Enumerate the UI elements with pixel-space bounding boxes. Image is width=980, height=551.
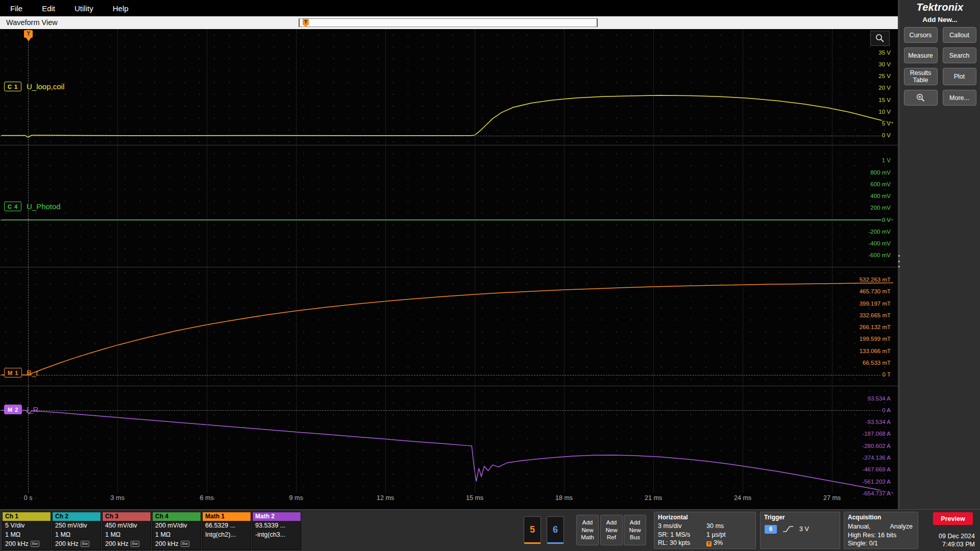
y-axis-label: 15 V bbox=[877, 97, 892, 103]
waveform-name-ch4: U_Photod bbox=[27, 202, 61, 211]
date-label: 09 Dec 2024 bbox=[939, 532, 975, 540]
add-new-ref-button[interactable]: Add New Ref bbox=[600, 515, 623, 545]
settings-bar: Ch 15 V/div1 MΩ200 kHzBwCh 2250 mV/div1 … bbox=[0, 509, 980, 551]
x-axis-label: 9 ms bbox=[289, 494, 303, 502]
acquisition-panel[interactable]: Acquisition Manual, Analyze High Res: 16… bbox=[844, 512, 918, 549]
horizontal-row: SR: 1 MS/s1 µs/pt bbox=[654, 531, 755, 539]
add-new-bus-button[interactable]: Add New Bus bbox=[624, 515, 646, 545]
channel-handle-ch1[interactable]: C 1 bbox=[4, 82, 21, 91]
more-button[interactable]: More... bbox=[943, 90, 976, 106]
add-new-math-button[interactable]: Add New Math bbox=[576, 515, 599, 545]
y-axis-label: 400 mV bbox=[869, 193, 892, 199]
slice-divider bbox=[0, 145, 898, 145]
badge-row: 66.5329 ... bbox=[203, 521, 251, 530]
magnifier-icon bbox=[875, 33, 885, 43]
y-axis-label: 0 V bbox=[881, 132, 892, 138]
channel-handle-math2[interactable]: M 2 bbox=[4, 405, 22, 414]
waveform-name-math2: I_R bbox=[27, 405, 38, 414]
channel-badge-ch-2[interactable]: Ch 2250 mV/div1 MΩ200 kHzBw bbox=[52, 512, 101, 550]
badge-row: 5 V/div bbox=[3, 521, 51, 530]
badge-row: 1 MΩ bbox=[53, 530, 101, 539]
y-axis-label: -187.068 A bbox=[861, 431, 892, 437]
badge-row: 1 MΩ bbox=[103, 530, 151, 539]
measure-button[interactable]: Measure bbox=[904, 47, 938, 63]
bandwidth-limit-icon: Bw bbox=[181, 541, 189, 547]
badge-title: Ch 1 bbox=[3, 512, 51, 521]
acquisition-title: Acquisition bbox=[844, 512, 918, 522]
zero-level-line bbox=[0, 375, 891, 375]
channel-6-button[interactable]: 6 bbox=[547, 516, 564, 544]
zero-level-line bbox=[0, 410, 891, 411]
rising-edge-icon bbox=[781, 524, 795, 534]
channel-handle-ch4[interactable]: C 4 bbox=[4, 202, 21, 211]
menu-item-utility[interactable]: Utility bbox=[75, 4, 93, 13]
badge-row bbox=[253, 539, 301, 548]
y-axis-label: -467.669 A bbox=[861, 466, 892, 472]
right-panel: Tektronix Add New... Cursors Callout Mea… bbox=[900, 0, 980, 509]
trigger-level: 3 V bbox=[799, 525, 809, 533]
badge-row: 200 kHzBw bbox=[103, 539, 151, 548]
x-axis-label: 15 ms bbox=[466, 494, 483, 502]
x-axis-label: 6 ms bbox=[200, 494, 214, 502]
zoom-button[interactable] bbox=[904, 90, 938, 106]
trigger-source-badge[interactable]: 6 bbox=[765, 525, 777, 534]
waveform-name-math1: B_t bbox=[27, 368, 38, 377]
horizontal-value: SR: 1 MS/s bbox=[658, 531, 706, 539]
grid-line bbox=[475, 29, 475, 492]
badge-title: Ch 2 bbox=[53, 512, 101, 521]
grid-line bbox=[385, 29, 386, 492]
trigger-time-line bbox=[28, 29, 29, 492]
grid-line bbox=[564, 29, 565, 492]
grid-line bbox=[653, 29, 654, 492]
preview-button[interactable]: Preview bbox=[933, 512, 973, 525]
y-axis-label: -654.737 A bbox=[861, 490, 892, 496]
menu-item-file[interactable]: File bbox=[10, 4, 22, 13]
y-axis-label: 0 T bbox=[881, 371, 892, 378]
y-axis-label: -561.203 A bbox=[861, 479, 892, 485]
bandwidth-limit-icon: Bw bbox=[81, 541, 89, 547]
zoom-overview-button[interactable] bbox=[870, 31, 890, 46]
zero-level-line bbox=[0, 220, 891, 220]
grid-line bbox=[207, 29, 207, 492]
channel-badge-math-2[interactable]: Math 293.5339 ...-intg(ch3... bbox=[252, 512, 301, 550]
channel-5-button[interactable]: 5 bbox=[524, 516, 541, 544]
plot-button[interactable]: Plot bbox=[943, 68, 976, 85]
cursors-button[interactable]: Cursors bbox=[904, 27, 938, 43]
search-button[interactable]: Search bbox=[943, 47, 976, 63]
menu-item-edit[interactable]: Edit bbox=[42, 4, 55, 13]
x-axis-label: 3 ms bbox=[111, 494, 125, 502]
record-trigger-marker[interactable]: T bbox=[303, 19, 309, 25]
channel-badge-ch-1[interactable]: Ch 15 V/div1 MΩ200 kHzBw bbox=[2, 512, 51, 550]
waveform-trace-ch1 bbox=[2, 95, 893, 137]
results-table-button[interactable]: Results Table bbox=[904, 68, 938, 85]
badge-row: 200 kHzBw bbox=[3, 539, 51, 548]
badge-row: 1 MΩ bbox=[153, 530, 201, 539]
acquisition-analyze: Analyze bbox=[890, 522, 913, 531]
time-label: 7:49:03 PM bbox=[939, 540, 975, 548]
grid-line bbox=[117, 29, 118, 492]
channel-badge-ch-4[interactable]: Ch 4200 mV/div1 MΩ200 kHzBw bbox=[152, 512, 201, 550]
record-view-scrollbar[interactable]: T bbox=[299, 18, 598, 27]
horizontal-value: T3% bbox=[706, 539, 755, 547]
acquisition-single: Single: 0/1 bbox=[844, 539, 918, 548]
badge-row: 93.5339 ... bbox=[253, 521, 301, 530]
badge-row bbox=[203, 539, 251, 548]
trigger-position-icon: T bbox=[706, 541, 712, 546]
channel-handle-math1[interactable]: M 1 bbox=[4, 368, 22, 378]
acquisition-mode-row: Manual, Analyze bbox=[844, 522, 918, 531]
waveform-trace-math2 bbox=[2, 410, 893, 493]
y-axis-label: 66.533 mT bbox=[862, 360, 892, 366]
menu-item-help[interactable]: Help bbox=[113, 4, 129, 13]
y-axis-label: 0 A bbox=[881, 407, 892, 413]
callout-button[interactable]: Callout bbox=[943, 27, 976, 43]
oscilloscope-app: FileEditUtilityHelp Waveform View T T 35… bbox=[0, 0, 980, 551]
menu-items: FileEditUtilityHelp bbox=[0, 4, 129, 13]
channel-badge-math-1[interactable]: Math 166.5329 ...Intg(ch2)... bbox=[202, 512, 251, 550]
horizontal-panel[interactable]: Horizontal 3 ms/div30 msSR: 1 MS/s1 µs/p… bbox=[654, 512, 756, 549]
badge-row: Intg(ch2)... bbox=[203, 530, 251, 539]
channel-badge-ch-3[interactable]: Ch 3450 mV/div1 MΩ200 kHzBw bbox=[102, 512, 151, 550]
trigger-panel[interactable]: Trigger 6 3 V bbox=[760, 512, 840, 549]
tab-bar: Waveform View T bbox=[0, 16, 900, 29]
badge-row: 1 MΩ bbox=[3, 530, 51, 539]
grid-line bbox=[296, 29, 297, 492]
